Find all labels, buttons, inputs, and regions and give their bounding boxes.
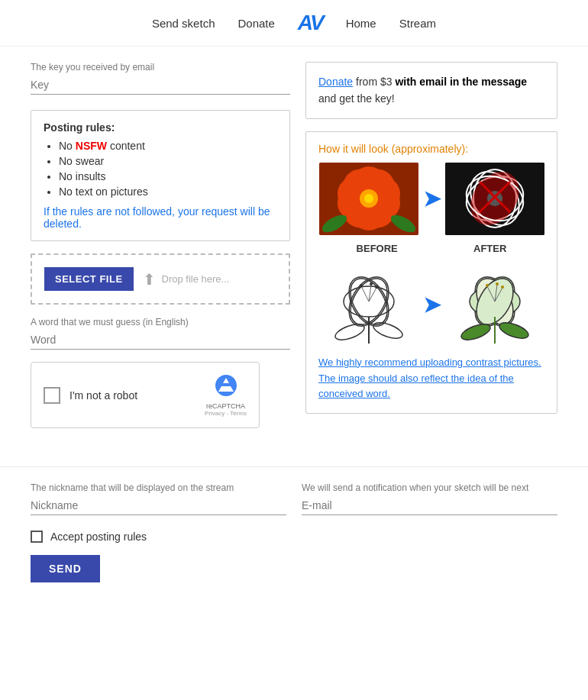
- sketch-after-image: [445, 263, 544, 347]
- captcha-box: I'm not a robot reCAPTCHA Privacy - Term…: [31, 362, 260, 428]
- left-column: The key you received by email Posting ru…: [31, 62, 290, 444]
- email-label: We will send a notification when your sk…: [302, 482, 557, 493]
- rule-item-2: No swear: [59, 155, 277, 167]
- nickname-label: The nickname that will be displayed on t…: [31, 482, 286, 493]
- before-image: [319, 163, 418, 235]
- drop-area: ⬆ Drop file here...: [143, 270, 230, 289]
- key-input[interactable]: [31, 76, 290, 95]
- rules-title: Posting rules:: [44, 121, 277, 134]
- before-label: BEFORE: [357, 243, 398, 254]
- send-sketch-link[interactable]: Send sketch: [152, 17, 215, 30]
- donate-message: from $3: [353, 76, 395, 88]
- key-label: The key you received by email: [31, 62, 290, 73]
- main-content: The key you received by email Posting ru…: [0, 47, 588, 459]
- arrow-icon-top: ➤: [423, 186, 441, 211]
- donate-bold: with email in the message: [395, 76, 527, 88]
- after-image: [445, 163, 544, 235]
- navigation: Send sketch Donate AV Home Stream: [0, 0, 588, 47]
- preview-box: How it will look (approximately):: [305, 131, 557, 414]
- svg-point-47: [496, 282, 499, 285]
- accept-row: Accept posting rules: [31, 531, 557, 543]
- home-link[interactable]: Home: [346, 17, 376, 30]
- preview-images-top: ➤: [318, 163, 544, 235]
- preview-note: We highly recommend uploading contrast p…: [318, 355, 544, 402]
- accept-label: Accept posting rules: [50, 531, 147, 543]
- svg-point-31: [360, 284, 363, 287]
- donate-link[interactable]: Donate: [237, 17, 274, 30]
- word-input[interactable]: [31, 331, 290, 350]
- svg-point-33: [375, 285, 378, 289]
- recaptcha-brand: reCAPTCHA: [205, 402, 247, 410]
- donate-link-inline[interactable]: Donate: [318, 76, 353, 88]
- accept-section: Accept posting rules SEND: [0, 523, 588, 590]
- captcha-logo: reCAPTCHA Privacy - Terms: [205, 373, 247, 417]
- rule-item-1: No NSFW content: [59, 140, 277, 152]
- captcha-checkbox[interactable]: [44, 387, 60, 404]
- right-column: Donate from $3 with email in the message…: [305, 62, 557, 444]
- preview-title: How it will look (approximately):: [318, 143, 544, 155]
- arrow-icon-bottom: ➤: [423, 292, 441, 318]
- upload-icon: ⬆: [143, 270, 156, 289]
- logo: AV: [298, 11, 323, 35]
- rules-box: Posting rules: No NSFW content No swear …: [31, 110, 290, 241]
- sketch-before-image: [319, 263, 418, 347]
- email-field: We will send a notification when your sk…: [302, 482, 557, 515]
- recaptcha-links: Privacy - Terms: [205, 410, 247, 417]
- rule-item-3: No insults: [59, 170, 277, 182]
- note-start: We: [318, 356, 336, 368]
- svg-point-46: [486, 284, 489, 287]
- note-highlight: highly recommend uploading contrast pict…: [336, 356, 538, 368]
- nickname-input[interactable]: [31, 496, 286, 515]
- nickname-field: The nickname that will be displayed on t…: [31, 482, 286, 515]
- select-file-button[interactable]: SELECT FILE: [44, 267, 134, 291]
- preview-labels: BEFORE AFTER: [318, 243, 544, 254]
- donate-box: Donate from $3 with email in the message…: [305, 62, 557, 119]
- email-input[interactable]: [302, 496, 557, 515]
- accept-checkbox[interactable]: [31, 531, 43, 543]
- recaptcha-icon: [205, 373, 247, 402]
- after-label: AFTER: [473, 243, 506, 254]
- drop-label: Drop file here...: [162, 273, 230, 285]
- word-section: A word that we must guess (in English): [31, 317, 290, 350]
- bottom-section: The nickname that will be displayed on t…: [0, 466, 588, 523]
- rule-item-4: No text on pictures: [59, 185, 277, 198]
- rules-list: No NSFW content No swear No insults No t…: [44, 140, 277, 198]
- rules-warning: If the rules are not followed, your requ…: [44, 205, 277, 230]
- donate-end: and get the key!: [318, 92, 395, 105]
- file-drop-zone[interactable]: SELECT FILE ⬆ Drop file here...: [31, 253, 290, 305]
- send-button[interactable]: SEND: [31, 555, 100, 582]
- svg-point-48: [501, 285, 504, 289]
- svg-point-7: [364, 194, 373, 203]
- nsfw-highlight: NSFW: [76, 140, 107, 152]
- word-label: A word that we must guess (in English): [31, 317, 290, 327]
- svg-point-32: [370, 282, 373, 285]
- key-section: The key you received by email: [31, 62, 290, 95]
- stream-link[interactable]: Stream: [399, 17, 436, 30]
- captcha-label: I'm not a robot: [69, 389, 137, 402]
- preview-images-bottom: ➤: [318, 263, 544, 347]
